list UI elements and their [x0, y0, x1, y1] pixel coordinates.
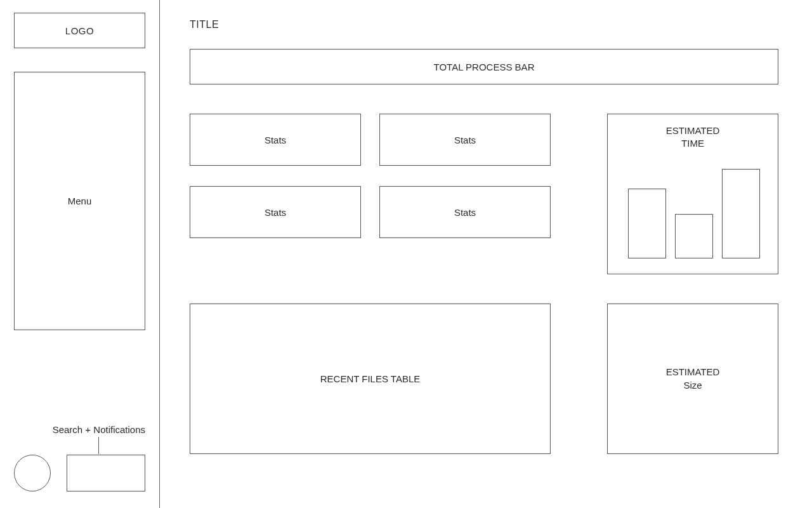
notifications-placeholder[interactable] — [67, 455, 145, 491]
estimated-size-label: ESTIMATED Size — [666, 366, 720, 392]
menu-label: Menu — [68, 196, 92, 206]
stats-label: Stats — [454, 135, 476, 145]
stats-card-2: Stats — [379, 114, 551, 166]
stats-card-3: Stats — [190, 186, 361, 238]
menu-placeholder[interactable]: Menu — [14, 72, 145, 330]
stats-label: Stats — [265, 135, 286, 145]
stats-label: Stats — [265, 207, 286, 218]
process-bar-label: TOTAL PROCESS BAR — [434, 62, 535, 72]
estimated-time-bar-1 — [628, 189, 666, 258]
stats-card-1: Stats — [190, 114, 361, 166]
stats-label: Stats — [454, 207, 476, 218]
logo-placeholder: LOGO — [14, 13, 145, 48]
search-notifications-label: Search + Notifications — [53, 424, 145, 435]
sidebar: LOGO Menu Search + Notifications — [0, 0, 160, 508]
estimated-size-panel: ESTIMATED Size — [607, 304, 778, 454]
logo-label: LOGO — [65, 25, 94, 36]
page-title: TITLE — [190, 19, 219, 30]
search-icon-placeholder[interactable] — [14, 455, 51, 491]
estimated-time-label: ESTIMATED TIME — [608, 124, 778, 150]
total-process-bar: TOTAL PROCESS BAR — [190, 49, 778, 84]
recent-files-table: RECENT FILES TABLE — [190, 304, 551, 454]
recent-files-label: RECENT FILES TABLE — [320, 373, 421, 384]
estimated-time-bar-2 — [675, 214, 713, 258]
estimated-time-panel: ESTIMATED TIME — [607, 114, 778, 274]
connector-line — [98, 437, 99, 454]
stats-card-4: Stats — [379, 186, 551, 238]
main-content: TITLE TOTAL PROCESS BAR Stats Stats Stat… — [160, 0, 812, 508]
estimated-time-bar-3 — [722, 169, 760, 258]
